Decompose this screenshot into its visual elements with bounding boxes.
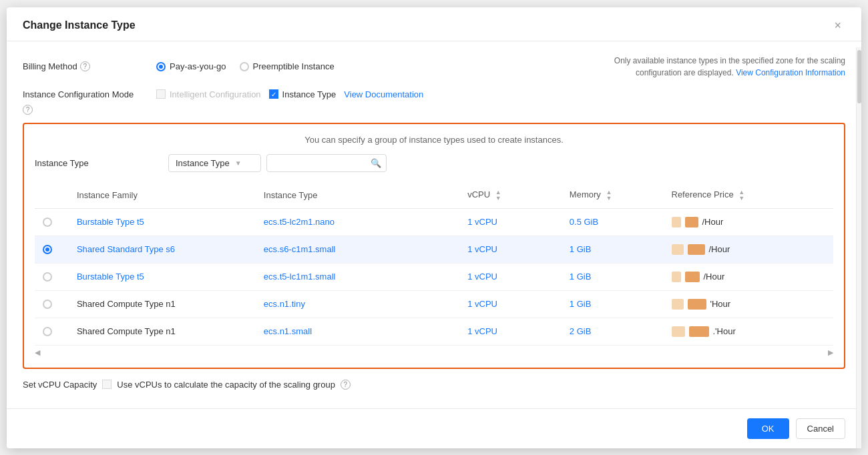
vcpu-help-icon[interactable]: ?: [341, 380, 351, 390]
scroll-right-icon[interactable]: ▶: [828, 348, 833, 357]
billing-radio-group: Pay-as-you-go Preemptible Instance: [156, 61, 335, 71]
row-vcpu: 1 vCPU: [459, 208, 562, 236]
row-vcpu: 1 vCPU: [459, 263, 562, 290]
row-price: .'Hour: [664, 318, 834, 345]
table-body: Burstable Type t5 ecs.t5-lc2m1.nano 1 vC…: [35, 208, 833, 345]
search-input[interactable]: [266, 154, 387, 172]
row-vcpu: 1 vCPU: [459, 236, 562, 263]
vcpu-checkbox[interactable]: [102, 380, 112, 389]
price-bar-container: /Hour: [672, 272, 826, 282]
instance-type-config-option[interactable]: Instance Type: [269, 89, 337, 99]
filter-row: Instance Type Instance Type ▼ 🔍: [35, 154, 833, 172]
row-radio-cell[interactable]: [35, 290, 69, 318]
price-sort-icon: ▲▼: [738, 189, 744, 201]
price-suffix: /Hour: [702, 217, 724, 227]
row-type: ecs.n1.tiny: [256, 290, 459, 318]
config-help-row: ?: [23, 105, 845, 115]
table-row[interactable]: Shared Standard Type s6 ecs.s6-c1m1.smal…: [35, 236, 833, 263]
intelligent-config-option[interactable]: Intelligent Configuration: [156, 89, 261, 99]
price-bar-container: /Hour: [672, 244, 826, 255]
price-suffix: .'Hour: [713, 326, 736, 336]
price-suffix: 'Hour: [710, 299, 731, 309]
intelligent-config-checkbox[interactable]: [156, 89, 166, 99]
row-family: Shared Compute Type n1: [69, 290, 256, 318]
col-header-price[interactable]: Reference Price ▲▼: [664, 183, 834, 209]
ok-button[interactable]: OK: [747, 418, 789, 439]
col-header-vcpu[interactable]: vCPU ▲▼: [459, 183, 562, 209]
config-mode-row: Instance Configuration Mode Intelligent …: [23, 89, 845, 99]
view-documentation-link[interactable]: View Documentation: [344, 89, 423, 99]
preemptible-option[interactable]: Preemptible Instance: [240, 61, 335, 71]
scroll-left-icon[interactable]: ◀: [35, 348, 40, 357]
price-bar-container: .'Hour: [672, 326, 826, 337]
pay-as-you-go-radio[interactable]: [156, 62, 166, 71]
price-bar-light: [672, 326, 685, 337]
dropdown-arrow-icon: ▼: [235, 159, 242, 167]
price-bar-dark: [688, 244, 705, 255]
search-wrapper: 🔍: [266, 154, 387, 172]
price-suffix: /Hour: [704, 272, 725, 282]
vcpu-capacity-row: Set vCPU Capacity Use vCPUs to calculate…: [23, 380, 845, 390]
row-type: ecs.s6-c1m1.small: [256, 236, 459, 263]
instance-type-dropdown[interactable]: Instance Type ▼: [168, 154, 261, 172]
modal-title: Change Instance Type: [23, 19, 136, 31]
row-radio-cell[interactable]: [35, 318, 69, 345]
instance-type-checkbox[interactable]: [269, 89, 278, 99]
row-radio[interactable]: [43, 217, 52, 227]
config-help-icon[interactable]: ?: [23, 105, 33, 115]
vcpu-sort-icon: ▲▼: [495, 189, 501, 201]
row-radio-cell[interactable]: [35, 236, 69, 263]
memory-sort-icon: ▲▼: [606, 189, 612, 201]
filter-controls: Instance Type ▼ 🔍: [168, 154, 387, 172]
billing-controls: Pay-as-you-go Preemptible Instance Only …: [156, 55, 845, 79]
row-type: ecs.t5-lc1m1.small: [256, 263, 459, 290]
table-row[interactable]: Shared Compute Type n1 ecs.n1.tiny 1 vCP…: [35, 290, 833, 318]
table-row[interactable]: Shared Compute Type n1 ecs.n1.small 1 vC…: [35, 318, 833, 345]
price-bar-light: [672, 217, 681, 228]
row-vcpu: 1 vCPU: [459, 290, 562, 318]
instance-type-table: Instance Family Instance Type vCPU ▲▼ Me…: [35, 183, 833, 346]
cancel-button[interactable]: Cancel: [796, 418, 845, 439]
price-bar-light: [672, 272, 681, 282]
row-family: Burstable Type t5: [69, 208, 256, 236]
row-memory: 0.5 GiB: [562, 208, 664, 236]
section-hint: You can specify a group of instance type…: [35, 135, 833, 145]
price-bar-light: [672, 299, 684, 310]
row-radio-cell[interactable]: [35, 208, 69, 236]
close-button[interactable]: ×: [830, 18, 845, 33]
footer-actions: OK Cancel: [747, 418, 845, 439]
row-family: Burstable Type t5: [69, 263, 256, 290]
row-vcpu: 1 vCPU: [459, 318, 562, 345]
modal-body: Billing Method ? Pay-as-you-go Preemptib…: [7, 41, 861, 408]
pay-as-you-go-option[interactable]: Pay-as-you-go: [156, 61, 226, 71]
preemptible-radio[interactable]: [240, 62, 249, 71]
search-icon: 🔍: [371, 158, 381, 168]
table-header: Instance Family Instance Type vCPU ▲▼ Me…: [35, 183, 833, 209]
row-radio[interactable]: [43, 327, 52, 336]
scroll-thumb: [857, 50, 861, 103]
billing-method-row: Billing Method ? Pay-as-you-go Preemptib…: [23, 55, 845, 79]
price-bar-container: /Hour: [672, 217, 826, 228]
vertical-scrollbar[interactable]: [856, 47, 861, 448]
row-radio-cell[interactable]: [35, 263, 69, 290]
row-radio[interactable]: [43, 272, 52, 282]
view-config-info-link[interactable]: View Configuration Information: [736, 68, 845, 77]
row-price: /Hour: [664, 263, 834, 290]
billing-help-icon[interactable]: ?: [80, 61, 90, 71]
header-row: Instance Family Instance Type vCPU ▲▼ Me…: [35, 183, 833, 209]
scroll-indicators: ◀ ▶: [35, 348, 833, 357]
price-bar-dark: [685, 217, 698, 228]
row-memory: 2 GiB: [562, 318, 664, 345]
billing-method-label: Billing Method ?: [23, 61, 156, 71]
billing-info-text: Only available instance types in the spe…: [592, 55, 845, 79]
instance-type-table-container: Instance Family Instance Type vCPU ▲▼ Me…: [35, 183, 833, 346]
price-bar-container: 'Hour: [672, 299, 826, 310]
col-header-memory[interactable]: Memory ▲▼: [562, 183, 664, 209]
row-type: ecs.t5-lc2m1.nano: [256, 208, 459, 236]
price-bar-light: [672, 244, 684, 255]
table-row[interactable]: Burstable Type t5 ecs.t5-lc2m1.nano 1 vC…: [35, 208, 833, 236]
row-radio[interactable]: [43, 245, 52, 254]
row-radio[interactable]: [43, 300, 52, 309]
row-memory: 1 GiB: [562, 290, 664, 318]
table-row[interactable]: Burstable Type t5 ecs.t5-lc1m1.small 1 v…: [35, 263, 833, 290]
